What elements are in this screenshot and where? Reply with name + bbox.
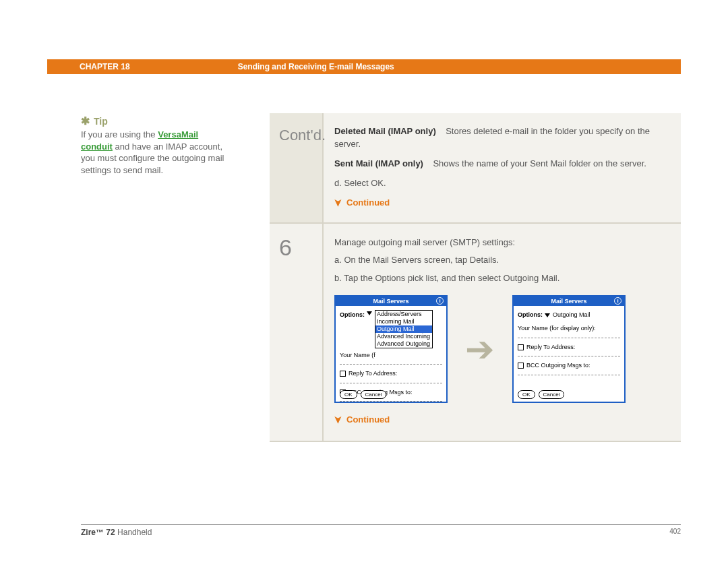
reply-label: Reply To Address: [526, 342, 575, 352]
your-name-row: Your Name (for display only): [518, 323, 620, 333]
palm-screen-right: Mail Servers i Options: Outgoing Mail Yo… [512, 295, 626, 403]
palm-titlebar: Mail Servers i [514, 296, 624, 306]
tip-sidebar: ✱ Tip If you are using the VersaMail con… [81, 115, 229, 176]
picklist-item[interactable]: Advanced Outgoing [375, 340, 432, 348]
continued-marker: ➤ Continued [334, 196, 663, 210]
continued-arrow-icon: ➤ [332, 199, 345, 208]
continued-label: Continued [346, 197, 390, 210]
picklist-item[interactable]: Advanced Incoming [375, 333, 432, 340]
palm-body: Options: Outgoing Mail Your Name (for di… [514, 306, 624, 382]
step-contd-row: Cont'd. Deleted Mail (IMAP only) Stores … [270, 113, 681, 224]
tip-body: If you are using the VersaMail conduit a… [81, 129, 229, 176]
dropdown-icon[interactable] [367, 311, 372, 315]
reply-row[interactable]: Reply To Address: [340, 369, 442, 378]
palm-titlebar: Mail Servers i [336, 296, 446, 306]
step-contd-label: Cont'd. [270, 113, 324, 222]
defn-term: Deleted Mail (IMAP only) [334, 126, 436, 136]
tip-text-part1: If you are using the [81, 129, 158, 139]
continued-label: Continued [346, 413, 390, 427]
product-bold: Zire™ 72 [81, 528, 115, 537]
input-line[interactable] [340, 401, 442, 402]
product-rest: Handheld [115, 528, 152, 537]
definition-deleted-mail: Deleted Mail (IMAP only) Stores deleted … [334, 125, 663, 151]
checkbox-icon[interactable] [340, 371, 346, 377]
options-row: Options: Address/Servers Incoming Mail O… [340, 310, 442, 348]
info-icon[interactable]: i [436, 297, 444, 305]
continued-marker: ➤ Continued [334, 412, 663, 427]
options-row: Options: Outgoing Mail [518, 310, 620, 319]
continued-arrow-icon: ➤ [331, 416, 346, 424]
chapter-header: CHAPTER 18 Sending and Receiving E-mail … [47, 59, 681, 74]
input-line[interactable] [518, 356, 620, 356]
options-label: Options: [340, 310, 365, 319]
picklist-item[interactable]: Address/Servers [375, 311, 432, 318]
cancel-button[interactable]: Cancel [539, 390, 565, 399]
ok-button[interactable]: OK [518, 390, 535, 399]
step6-b: b. Tap the Options pick list, and then s… [334, 272, 663, 286]
options-label: Options: [518, 310, 543, 319]
reply-row[interactable]: Reply To Address: [518, 342, 620, 352]
product-name: Zire™ 72 Handheld [81, 528, 152, 537]
cancel-button[interactable]: Cancel [361, 390, 387, 399]
screenshots-row: Mail Servers i Options: Address/Servers … [334, 295, 663, 403]
defn-term: Sent Mail (IMAP only) [334, 158, 423, 168]
options-value[interactable]: Outgoing Mail [553, 310, 590, 319]
definition-sent-mail: Sent Mail (IMAP only) Shows the name of … [334, 158, 663, 170]
picklist-item-selected[interactable]: Outgoing Mail [375, 325, 432, 333]
step-contd-body: Deleted Mail (IMAP only) Stores deleted … [324, 113, 681, 222]
bcc-row[interactable]: BCC Outgoing Msgs to: [518, 361, 620, 370]
palm-button-row: OK Cancel [340, 390, 386, 399]
chapter-title: Sending and Receiving E-mail Messages [238, 62, 394, 71]
tip-label: Tip [94, 116, 108, 127]
input-line[interactable] [340, 364, 442, 365]
your-name-row: Your Name (f [340, 350, 442, 360]
chapter-label: CHAPTER 18 [80, 62, 130, 71]
reply-label: Reply To Address: [348, 369, 397, 378]
palm-title: Mail Servers [373, 296, 408, 306]
palm-title: Mail Servers [551, 296, 586, 306]
asterisk-icon: ✱ [81, 115, 90, 127]
substep-d: d. Select OK. [334, 177, 663, 190]
input-line[interactable] [518, 338, 620, 338]
step-number: 6 [270, 224, 324, 441]
page-footer: Zire™ 72 Handheld 402 [81, 524, 681, 537]
step-6-body: Manage outgoing mail server (SMTP) setti… [324, 224, 681, 441]
input-line[interactable] [518, 375, 620, 375]
palm-button-row: OK Cancel [518, 390, 564, 399]
arrow-right-icon: ➔ [465, 332, 495, 367]
palm-screen-left: Mail Servers i Options: Address/Servers … [334, 295, 448, 403]
ok-button[interactable]: OK [340, 390, 357, 399]
input-line[interactable] [340, 383, 442, 383]
step6-a: a. On the Mail Servers screen, tap Detai… [334, 253, 663, 268]
step-6-row: 6 Manage outgoing mail server (SMTP) set… [270, 224, 681, 441]
defn-desc: Shows the name of your Sent Mail folder … [433, 158, 646, 168]
options-picklist[interactable]: Address/Servers Incoming Mail Outgoing M… [375, 310, 433, 348]
picklist-item[interactable]: Incoming Mail [375, 318, 432, 325]
step6-intro: Manage outgoing mail server (SMTP) setti… [334, 236, 663, 250]
page-number: 402 [669, 528, 681, 537]
dropdown-icon[interactable] [545, 313, 550, 317]
tip-header: ✱ Tip [81, 115, 229, 127]
bcc-label: BCC Outgoing Msgs to: [526, 361, 590, 370]
info-icon[interactable]: i [614, 297, 621, 305]
main-content: Cont'd. Deleted Mail (IMAP only) Stores … [270, 113, 681, 442]
checkbox-icon[interactable] [518, 344, 524, 350]
checkbox-icon[interactable] [518, 363, 524, 369]
